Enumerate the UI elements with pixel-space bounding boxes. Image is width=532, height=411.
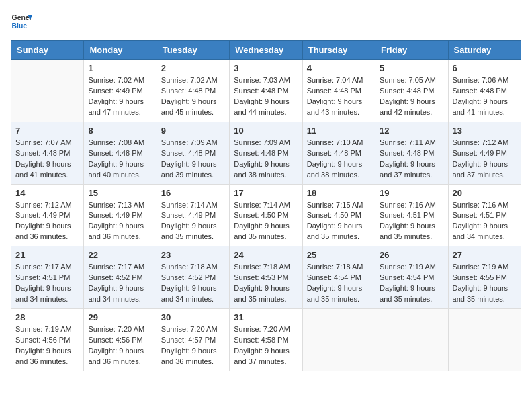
calendar-cell (375, 309, 448, 371)
calendar-header-row: SundayMondayTuesdayWednesdayThursdayFrid… (11, 41, 521, 60)
calendar-week-row: 1Sunrise: 7:02 AMSunset: 4:49 PMDaylight… (11, 60, 521, 122)
day-number: 21 (15, 250, 79, 260)
calendar-cell: 2Sunrise: 7:02 AMSunset: 4:48 PMDaylight… (157, 60, 229, 122)
day-number: 18 (307, 188, 371, 198)
calendar-cell: 31Sunrise: 7:20 AMSunset: 4:58 PMDayligh… (230, 309, 302, 371)
day-number: 23 (161, 250, 225, 260)
day-number: 3 (234, 63, 298, 73)
day-info: Sunrise: 7:14 AMSunset: 4:49 PMDaylight:… (161, 200, 225, 243)
day-info: Sunrise: 7:03 AMSunset: 4:48 PMDaylight:… (234, 75, 298, 118)
day-number: 1 (88, 63, 152, 73)
day-header-tuesday: Tuesday (157, 41, 229, 60)
day-number: 17 (234, 188, 298, 198)
day-header-monday: Monday (84, 41, 157, 60)
calendar-cell: 22Sunrise: 7:17 AMSunset: 4:52 PMDayligh… (84, 246, 157, 309)
day-header-wednesday: Wednesday (230, 41, 302, 60)
day-info: Sunrise: 7:13 AMSunset: 4:49 PMDaylight:… (88, 200, 152, 243)
day-header-sunday: Sunday (11, 41, 84, 60)
day-info: Sunrise: 7:10 AMSunset: 4:48 PMDaylight:… (307, 138, 371, 181)
calendar-cell: 11Sunrise: 7:10 AMSunset: 4:48 PMDayligh… (302, 122, 375, 184)
calendar-cell (302, 309, 375, 371)
day-number: 11 (307, 126, 371, 136)
day-number: 26 (380, 250, 443, 260)
day-number: 27 (453, 250, 517, 260)
calendar-cell: 15Sunrise: 7:13 AMSunset: 4:49 PMDayligh… (84, 184, 157, 246)
day-number: 5 (380, 63, 443, 73)
calendar-cell: 19Sunrise: 7:16 AMSunset: 4:51 PMDayligh… (375, 184, 448, 246)
calendar-cell: 10Sunrise: 7:09 AMSunset: 4:48 PMDayligh… (230, 122, 302, 184)
day-number: 20 (453, 188, 517, 198)
logo: General Blue (11, 11, 32, 32)
day-info: Sunrise: 7:04 AMSunset: 4:48 PMDaylight:… (307, 75, 371, 118)
day-number: 12 (380, 126, 443, 136)
day-header-saturday: Saturday (448, 41, 521, 60)
calendar-week-row: 7Sunrise: 7:07 AMSunset: 4:48 PMDaylight… (11, 122, 521, 184)
day-header-friday: Friday (375, 41, 448, 60)
day-info: Sunrise: 7:06 AMSunset: 4:48 PMDaylight:… (453, 75, 517, 118)
calendar-cell (11, 60, 84, 122)
calendar-cell: 30Sunrise: 7:20 AMSunset: 4:57 PMDayligh… (157, 309, 229, 371)
svg-text:Blue: Blue (12, 22, 28, 30)
day-info: Sunrise: 7:11 AMSunset: 4:48 PMDaylight:… (380, 138, 443, 181)
day-info: Sunrise: 7:12 AMSunset: 4:49 PMDaylight:… (453, 138, 517, 181)
calendar-cell: 9Sunrise: 7:09 AMSunset: 4:48 PMDaylight… (157, 122, 229, 184)
day-number: 4 (307, 63, 371, 73)
day-info: Sunrise: 7:20 AMSunset: 4:56 PMDaylight:… (88, 324, 152, 367)
day-info: Sunrise: 7:05 AMSunset: 4:48 PMDaylight:… (380, 75, 443, 118)
day-info: Sunrise: 7:09 AMSunset: 4:48 PMDaylight:… (161, 138, 225, 181)
page-header: General Blue (11, 11, 521, 32)
day-info: Sunrise: 7:15 AMSunset: 4:50 PMDaylight:… (307, 200, 371, 243)
day-info: Sunrise: 7:17 AMSunset: 4:52 PMDaylight:… (88, 262, 152, 305)
calendar-cell: 21Sunrise: 7:17 AMSunset: 4:51 PMDayligh… (11, 246, 84, 309)
calendar-cell: 13Sunrise: 7:12 AMSunset: 4:49 PMDayligh… (448, 122, 521, 184)
calendar-cell (448, 309, 521, 371)
day-info: Sunrise: 7:08 AMSunset: 4:48 PMDaylight:… (88, 138, 152, 181)
calendar-cell: 26Sunrise: 7:19 AMSunset: 4:54 PMDayligh… (375, 246, 448, 309)
day-info: Sunrise: 7:18 AMSunset: 4:54 PMDaylight:… (307, 262, 371, 305)
calendar-cell: 24Sunrise: 7:18 AMSunset: 4:53 PMDayligh… (230, 246, 302, 309)
day-info: Sunrise: 7:19 AMSunset: 4:56 PMDaylight:… (15, 324, 79, 367)
logo-icon: General Blue (11, 11, 32, 32)
calendar-week-row: 14Sunrise: 7:12 AMSunset: 4:49 PMDayligh… (11, 184, 521, 246)
calendar-body: 1Sunrise: 7:02 AMSunset: 4:49 PMDaylight… (11, 60, 521, 371)
day-info: Sunrise: 7:19 AMSunset: 4:55 PMDaylight:… (453, 262, 517, 305)
calendar-cell: 25Sunrise: 7:18 AMSunset: 4:54 PMDayligh… (302, 246, 375, 309)
day-info: Sunrise: 7:09 AMSunset: 4:48 PMDaylight:… (234, 138, 298, 181)
day-number: 2 (161, 63, 225, 73)
day-number: 30 (161, 312, 225, 322)
day-number: 28 (15, 312, 79, 322)
day-number: 10 (234, 126, 298, 136)
day-info: Sunrise: 7:02 AMSunset: 4:49 PMDaylight:… (88, 75, 152, 118)
day-number: 19 (380, 188, 443, 198)
day-info: Sunrise: 7:14 AMSunset: 4:50 PMDaylight:… (234, 200, 298, 243)
day-info: Sunrise: 7:17 AMSunset: 4:51 PMDaylight:… (15, 262, 79, 305)
day-info: Sunrise: 7:20 AMSunset: 4:58 PMDaylight:… (234, 324, 298, 367)
calendar-cell: 29Sunrise: 7:20 AMSunset: 4:56 PMDayligh… (84, 309, 157, 371)
calendar-cell: 12Sunrise: 7:11 AMSunset: 4:48 PMDayligh… (375, 122, 448, 184)
calendar-week-row: 21Sunrise: 7:17 AMSunset: 4:51 PMDayligh… (11, 246, 521, 309)
calendar-cell: 1Sunrise: 7:02 AMSunset: 4:49 PMDaylight… (84, 60, 157, 122)
calendar-week-row: 28Sunrise: 7:19 AMSunset: 4:56 PMDayligh… (11, 309, 521, 371)
calendar-cell: 23Sunrise: 7:18 AMSunset: 4:52 PMDayligh… (157, 246, 229, 309)
day-info: Sunrise: 7:19 AMSunset: 4:54 PMDaylight:… (380, 262, 443, 305)
day-number: 8 (88, 126, 152, 136)
day-number: 7 (15, 126, 79, 136)
day-info: Sunrise: 7:16 AMSunset: 4:51 PMDaylight:… (380, 200, 443, 243)
day-number: 25 (307, 250, 371, 260)
day-number: 9 (161, 126, 225, 136)
calendar-table: SundayMondayTuesdayWednesdayThursdayFrid… (11, 40, 521, 371)
day-number: 16 (161, 188, 225, 198)
day-number: 24 (234, 250, 298, 260)
calendar-cell: 6Sunrise: 7:06 AMSunset: 4:48 PMDaylight… (448, 60, 521, 122)
calendar-cell: 27Sunrise: 7:19 AMSunset: 4:55 PMDayligh… (448, 246, 521, 309)
calendar-cell: 14Sunrise: 7:12 AMSunset: 4:49 PMDayligh… (11, 184, 84, 246)
day-number: 13 (453, 126, 517, 136)
day-number: 14 (15, 188, 79, 198)
day-header-thursday: Thursday (302, 41, 375, 60)
calendar-cell: 4Sunrise: 7:04 AMSunset: 4:48 PMDaylight… (302, 60, 375, 122)
day-number: 6 (453, 63, 517, 73)
calendar-cell: 18Sunrise: 7:15 AMSunset: 4:50 PMDayligh… (302, 184, 375, 246)
calendar-cell: 8Sunrise: 7:08 AMSunset: 4:48 PMDaylight… (84, 122, 157, 184)
day-info: Sunrise: 7:18 AMSunset: 4:52 PMDaylight:… (161, 262, 225, 305)
day-number: 31 (234, 312, 298, 322)
